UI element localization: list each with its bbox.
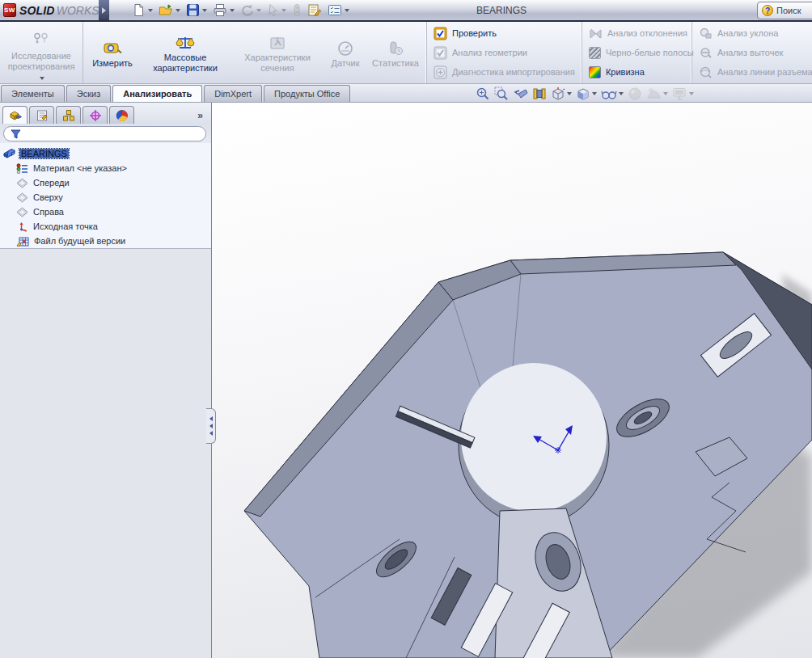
tab-dimxpert-label: DimXpert	[214, 89, 252, 99]
undercut-analysis-label: Анализ выточек	[717, 48, 783, 57]
bearings-model[interactable]	[212, 103, 812, 658]
check-icon	[433, 27, 447, 40]
design-study-icon	[32, 32, 50, 45]
heads-up-view-toolbar	[476, 85, 694, 102]
zebra-stripes-label: Черно-белые полосы	[606, 48, 694, 57]
featuremanager-tree-tab[interactable]	[2, 106, 27, 124]
options-button[interactable]	[326, 2, 351, 18]
new-document-caret-icon	[148, 9, 153, 12]
view-settings-button[interactable]	[672, 86, 694, 101]
apply-scene-caret-icon	[663, 92, 668, 95]
apply-scene-button[interactable]	[646, 86, 668, 101]
draft-analysis-button[interactable]: Анализ уклона	[696, 25, 812, 42]
mass-properties-icon	[175, 35, 196, 51]
ribbon-evaluate: Исследование проектирования Измерить Мас…	[0, 22, 812, 84]
statistics-button[interactable]: Статистика	[369, 36, 422, 70]
dimxpert-manager-tab[interactable]	[82, 106, 108, 124]
tree-item-top-plane[interactable]: Сверху	[2, 190, 211, 205]
file-properties-button[interactable]	[306, 2, 324, 18]
property-manager-tab[interactable]	[29, 106, 54, 124]
display-style-caret-icon	[592, 92, 597, 95]
title-bar: SW SOLIDWORKS	[0, 0, 812, 22]
print-icon	[213, 3, 227, 17]
parting-line-analysis-button[interactable]: Анализ линии разъема	[696, 64, 812, 81]
deviation-analysis-button[interactable]: Анализ отклонения	[586, 25, 696, 42]
panel-collapse-handle[interactable]	[206, 408, 216, 444]
undo-button[interactable]	[239, 2, 263, 18]
open-button[interactable]	[157, 2, 182, 18]
collapse-arrow-icon	[209, 416, 213, 421]
panel-empty-area	[0, 249, 211, 658]
plane-icon	[16, 178, 28, 188]
view-orientation-icon	[551, 86, 565, 101]
hide-show-items-button[interactable]	[601, 86, 624, 101]
zoom-fit-button[interactable]	[476, 86, 490, 101]
zoom-area-button[interactable]	[494, 86, 509, 101]
material-icon	[16, 163, 28, 174]
ribbon-group-draft-analysis: Анализ уклона Анализ выточек Анализ лини…	[691, 22, 812, 83]
view-orientation-button[interactable]	[551, 86, 572, 101]
tree-item-right-plane[interactable]: Справа	[2, 205, 211, 219]
tree-item-future-version[interactable]: Файл будущей версии	[2, 234, 211, 248]
tab-sketch[interactable]: Эскиз	[66, 85, 111, 102]
curvature-label: Кривизна	[606, 67, 645, 77]
tab-dimxpert[interactable]: DimXpert	[204, 85, 262, 102]
tree-item-material[interactable]: Материал <не указан>	[2, 161, 211, 175]
section-view-button[interactable]	[532, 86, 547, 101]
collapse-arrow-icon	[209, 424, 213, 428]
section-properties-button[interactable]: Характеристики сечения	[233, 30, 322, 74]
design-study-button[interactable]: Исследование проектирования	[4, 24, 78, 81]
select-button[interactable]	[265, 2, 288, 18]
measure-label: Измерить	[92, 58, 133, 69]
zoom-fit-icon	[476, 86, 490, 101]
measure-button[interactable]: Измерить	[87, 36, 137, 70]
sensor-button[interactable]: Датчик	[325, 36, 366, 70]
hide-show-items-icon	[601, 86, 617, 101]
tree-filter-input[interactable]	[24, 129, 199, 139]
import-diagnostics-button[interactable]: Диагностика импортирования	[431, 64, 577, 81]
curvature-icon	[589, 66, 601, 78]
tab-evaluate[interactable]: Анализировать	[112, 85, 202, 102]
help-icon: ?	[762, 5, 773, 16]
tree-filter-box	[3, 126, 206, 141]
featuremanager-panel: » BEARINGS Материал <не указан> Спереди	[0, 103, 212, 658]
mass-properties-button[interactable]: Массовые характеристики	[141, 30, 230, 74]
tree-item-front-plane[interactable]: Спереди	[2, 175, 211, 190]
display-manager-tab[interactable]	[109, 106, 134, 124]
previous-view-button[interactable]	[513, 86, 528, 101]
print-button[interactable]	[211, 2, 236, 18]
geometry-analysis-button[interactable]: Анализ геометрии	[431, 44, 577, 61]
featuremanager-tree-icon	[9, 109, 22, 122]
check-button[interactable]: Проверить	[431, 25, 577, 42]
curvature-button[interactable]: Кривизна	[586, 64, 696, 81]
tree-item-part[interactable]: BEARINGS	[2, 146, 211, 161]
save-button[interactable]	[184, 2, 209, 18]
undercut-analysis-button[interactable]: Анализ выточек	[696, 44, 812, 61]
commandmanager-tab-bar: Элементы Эскиз Анализировать DimXpert Пр…	[0, 84, 812, 103]
tab-features[interactable]: Элементы	[1, 85, 65, 102]
design-study-caret-icon	[40, 77, 44, 80]
display-style-button[interactable]	[576, 86, 597, 101]
import-diagnostics-icon	[433, 65, 447, 79]
feature-tree: BEARINGS Материал <не указан> Спереди Св…	[0, 143, 211, 249]
menu-expand-button[interactable]	[99, 0, 109, 20]
plane-icon	[16, 207, 28, 217]
statistics-icon	[387, 40, 404, 57]
new-document-button[interactable]	[130, 2, 154, 18]
undo-caret-icon	[256, 9, 261, 12]
tree-item-right-plane-label: Справа	[32, 207, 66, 217]
tree-item-future-version-label: Файл будущей версии	[32, 236, 127, 246]
edit-appearance-button[interactable]	[628, 86, 642, 101]
graphics-viewport[interactable]	[212, 103, 812, 658]
configuration-manager-tab[interactable]	[56, 106, 81, 124]
section-view-icon	[532, 86, 547, 101]
tab-office-products[interactable]: Продукты Office	[264, 85, 350, 102]
manager-tabs-overflow-button[interactable]: »	[197, 110, 208, 124]
tree-item-origin[interactable]: Исходная точка	[2, 219, 211, 234]
solidworks-logo: SW SOLIDWORKS	[0, 0, 99, 20]
rebuild-button[interactable]	[290, 2, 303, 18]
logo-works-text: WORKS	[57, 4, 99, 17]
zebra-stripes-button[interactable]: Черно-белые полосы	[586, 44, 696, 61]
display-style-icon	[576, 86, 590, 101]
search-button[interactable]: ? Поиск	[757, 2, 812, 19]
